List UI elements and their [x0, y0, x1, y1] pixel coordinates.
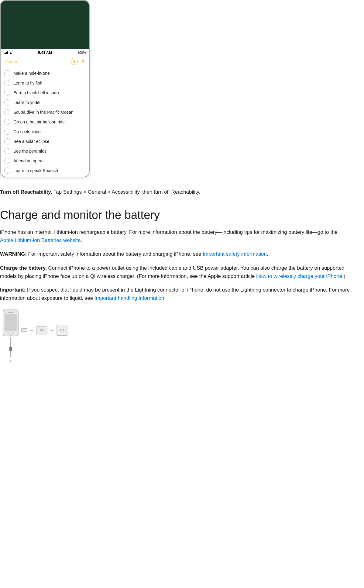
warning-text-before: For important safety information about t…: [27, 251, 203, 257]
list-item-label: See a solar eclipse: [13, 139, 49, 144]
section-title: Charge and monitor the battery: [0, 208, 352, 222]
battery-intro-para: iPhone has an internal, lithium-ion rech…: [0, 228, 352, 244]
list-item-label: Make a hole-in-one: [13, 71, 50, 76]
checkbox-circle[interactable]: [4, 129, 10, 135]
signal-bar-1: [4, 53, 5, 54]
phone-diagram: ↑: [0, 310, 21, 365]
nav-icons: ⊕ ⇧: [70, 58, 85, 65]
power-outlet: [57, 325, 67, 336]
list-item[interactable]: Scuba dive in the Pacific Ocean: [1, 107, 89, 117]
important-text-main: If you suspect that liquid may be presen…: [0, 287, 350, 301]
list-item-label: Earn a black belt in judo: [13, 90, 59, 95]
up-arrow-icon: ↑: [9, 358, 12, 365]
phone-screenshot-wrapper: ▲ 9:41 AM 100% ‹ Notes ⊕ ⇧ Make a hole-i…: [0, 0, 364, 177]
list-item[interactable]: Go spelunking: [1, 127, 89, 137]
charging-diagram: ↑ → →: [0, 310, 352, 365]
phone-diagram-frame: [3, 310, 19, 336]
warning-text-after: .: [267, 251, 268, 257]
arrow-right-icon-2: →: [49, 327, 55, 334]
checkbox-circle[interactable]: [4, 168, 10, 174]
lightning-cable: [9, 337, 12, 357]
list-item-label: See the pyramids: [13, 149, 46, 154]
list-item[interactable]: Learn to yodel: [1, 98, 89, 107]
list-item-label: Learn to fly fish: [13, 81, 42, 85]
charge-text-after: .): [342, 273, 345, 279]
safety-info-link[interactable]: Important safety information: [203, 251, 267, 257]
list-item[interactable]: Learn to fly fish: [1, 78, 89, 88]
share-icon[interactable]: ⇧: [81, 58, 85, 65]
list-item-label: Go on a hot air balloon ride: [13, 119, 65, 124]
usb-plug: [21, 328, 27, 332]
phone-diagram-speaker: [8, 312, 13, 313]
important-bold: Important:: [0, 287, 26, 293]
list-item[interactable]: Learn to speak Spanish: [1, 166, 89, 175]
important-text-after: .: [164, 295, 166, 301]
checkbox-circle[interactable]: [4, 158, 10, 164]
status-battery: 100%: [77, 51, 86, 54]
important-para: Important: If you suspect that liquid ma…: [0, 286, 352, 302]
signal-bar-4: [7, 51, 8, 54]
list-item[interactable]: See the pyramids: [1, 146, 89, 156]
phone-status-bar: ▲ 9:41 AM 100%: [1, 49, 89, 56]
turn-off-reachability-para: Turn off Reachability. Tap Settings > Ge…: [0, 188, 352, 196]
back-chevron-icon: ‹: [4, 59, 6, 64]
outlet-holes: [60, 329, 64, 331]
apple-batteries-link[interactable]: Apple Lithium-ion Batteries website: [0, 237, 81, 243]
battery-intro-text-after: .: [81, 237, 82, 243]
charge-battery-para: Charge the battery. Connect iPhone to a …: [0, 264, 352, 280]
add-user-icon[interactable]: ⊕: [70, 58, 78, 65]
checkbox-circle[interactable]: [4, 148, 10, 154]
warning-bold: WARNING:: [0, 251, 27, 257]
outlet-hole-right: [63, 329, 64, 331]
cable-arrow-section: → →: [21, 325, 67, 336]
turn-off-bold: Turn off Reachability.: [0, 189, 52, 195]
add-user-glyph: ⊕: [73, 60, 76, 64]
back-button[interactable]: ‹ Notes: [4, 59, 19, 64]
turn-off-rest: Tap Settings > General > Accessibility, …: [52, 189, 200, 195]
phone-nav-bar: ‹ Notes ⊕ ⇧: [1, 56, 89, 67]
checkbox-circle[interactable]: [4, 70, 10, 76]
signal-bars-icon: [4, 51, 8, 54]
status-time: 9:41 AM: [38, 50, 52, 55]
checkbox-circle[interactable]: [4, 119, 10, 125]
phone-diagram-home-button: [9, 332, 13, 336]
back-label: Notes: [6, 59, 18, 64]
main-content: Turn off Reachability. Tap Settings > Ge…: [0, 185, 364, 377]
signal-bar-3: [6, 52, 7, 54]
list-item-label: Scuba dive in the Pacific Ocean: [13, 110, 74, 115]
adapter-port: [40, 329, 43, 331]
checkbox-circle[interactable]: [4, 80, 10, 86]
checkbox-circle[interactable]: [4, 109, 10, 115]
checkbox-circle[interactable]: [4, 99, 10, 105]
cable-line-lower: [10, 351, 11, 357]
list-item[interactable]: Attend an opera: [1, 156, 89, 166]
usb-adapter: [36, 326, 47, 334]
list-item[interactable]: Make a hole-in-one: [1, 68, 89, 78]
checklist: Make a hole-in-one Learn to fly fish Ear…: [1, 67, 89, 177]
phone-diagram-screen: [5, 314, 17, 330]
arrow-right-icon: →: [29, 327, 35, 334]
warning-para: WARNING: For important safety informatio…: [0, 250, 352, 258]
outlet-hole-left: [60, 329, 61, 331]
signal-bar-2: [5, 53, 6, 54]
wireless-charge-link[interactable]: How to wirelessly charge your iPhone: [256, 273, 342, 279]
list-item[interactable]: Go on a hot air balloon ride: [1, 117, 89, 127]
list-item-label: Attend an opera: [13, 158, 44, 163]
phone-wallpaper: [1, 1, 89, 49]
list-item-label: Go spelunking: [13, 129, 41, 134]
charge-bold: Charge the battery.: [0, 265, 47, 271]
handling-info-link[interactable]: Important handling information: [94, 295, 164, 301]
battery-intro-text-before: iPhone has an internal, lithium-ion rech…: [0, 229, 338, 235]
checkbox-circle[interactable]: [4, 138, 10, 144]
lightning-connector: [9, 347, 12, 351]
phone-frame: ▲ 9:41 AM 100% ‹ Notes ⊕ ⇧ Make a hole-i…: [0, 0, 90, 177]
wifi-icon: ▲: [9, 51, 12, 54]
list-item[interactable]: See a solar eclipse: [1, 137, 89, 146]
status-left: ▲: [4, 51, 12, 54]
list-item[interactable]: Earn a black belt in judo: [1, 88, 89, 98]
cable-line-upper: [10, 337, 11, 347]
list-item-label: Learn to yodel: [13, 100, 40, 105]
checkbox-circle[interactable]: [4, 90, 10, 96]
list-item-label: Learn to speak Spanish: [13, 168, 58, 173]
